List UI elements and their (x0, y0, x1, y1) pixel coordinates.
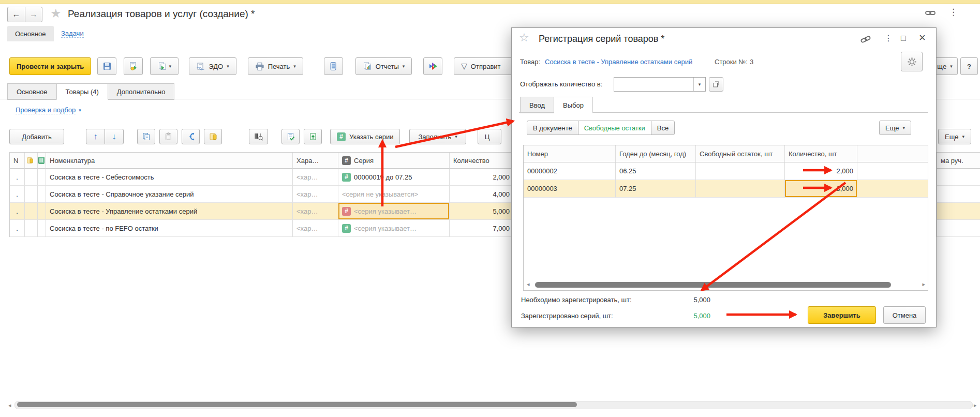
characteristic-cell[interactable]: <хар… (293, 203, 338, 220)
col-nomenclature[interactable]: Номенклатура (46, 153, 293, 169)
dialog-menu-kebab-icon[interactable]: ⋮ (884, 34, 893, 42)
characteristic-cell[interactable]: <хар… (293, 186, 338, 203)
filter-free-leftovers-button[interactable]: Свободные остатки (578, 121, 651, 135)
tab-input[interactable]: Ввод (520, 97, 554, 113)
post-and-close-button[interactable]: Провести и закрыть (9, 57, 91, 75)
tab-select[interactable]: Выбор (554, 97, 593, 113)
fill-button[interactable]: Заполнить ▾ (409, 129, 466, 144)
free-leftover-cell[interactable] (696, 180, 785, 198)
quantity-cell[interactable]: 7,000 (450, 220, 514, 237)
col-series[interactable]: # Серия (338, 153, 450, 169)
quantity-cell[interactable]: 2,000 (450, 169, 514, 186)
dialog-hscroll-thumb[interactable] (535, 282, 891, 288)
settings-button[interactable] (901, 52, 923, 71)
qty-cell-focused[interactable]: 3,000 (785, 180, 857, 198)
dialog-hscrollbar[interactable] (533, 281, 918, 288)
series-number-cell[interactable]: 00000003 (524, 180, 616, 198)
col-number[interactable]: Номер (524, 145, 616, 162)
print-button[interactable]: Печать ▾ (248, 57, 303, 75)
nomenclature-cell[interactable]: Сосиска в тесте - Управление остатками с… (46, 203, 293, 220)
copy-row-button[interactable] (137, 129, 155, 144)
barcode-scan-button[interactable] (249, 129, 268, 144)
main-hscrollbar[interactable] (14, 401, 973, 409)
dialog-favorite-star-icon[interactable]: ☆ (519, 31, 529, 44)
get-link-icon[interactable] (925, 9, 936, 17)
quantity-cell[interactable]: 4,000 (450, 186, 514, 203)
set-series-button[interactable]: # Указать серии (330, 129, 400, 144)
paste-row-button[interactable] (159, 129, 177, 144)
dialog-hscroll-left-icon[interactable]: ◂ (527, 281, 530, 287)
check-and-pick-link[interactable]: Проверка и подбор ▾ (16, 106, 81, 114)
dialog-close-icon[interactable]: × (919, 31, 926, 44)
load-rows-button[interactable] (304, 129, 322, 144)
series-cell[interactable]: <серия не указывается> (338, 186, 450, 203)
qty-cell[interactable]: 2,000 (785, 162, 857, 180)
product-link[interactable]: Сосиска в тесте - Управление остатками с… (545, 58, 692, 66)
hscroll-left-icon[interactable]: ◂ (8, 403, 11, 408)
col-qty[interactable]: Количество, шт (785, 145, 857, 162)
characteristic-cell[interactable]: <хар… (293, 220, 338, 237)
nomenclature-cell[interactable]: Сосиска в тесте - Себестоимость (46, 169, 293, 186)
move-down-button[interactable]: ↓ (105, 129, 124, 144)
quantity-cell[interactable]: 5,000 (450, 203, 514, 220)
series-cell[interactable]: # 00000019 до 07.25 (338, 169, 450, 186)
business-network-button[interactable] (423, 57, 442, 75)
valid-until-cell[interactable]: 06.25 (616, 162, 696, 180)
series-number-cell[interactable]: 00000002 (524, 162, 616, 180)
favorite-star-icon[interactable]: ★ (50, 6, 62, 21)
series-cell-focused[interactable]: # <серия указывает… (338, 203, 450, 220)
post-document-button[interactable] (124, 57, 143, 75)
add-row-button[interactable]: Добавить (9, 129, 64, 144)
nav-tab-main[interactable]: Основное (7, 26, 54, 41)
edo-button[interactable]: ЭДО ▾ (189, 57, 236, 75)
tab-main[interactable]: Основное (7, 83, 57, 100)
forward-button[interactable]: → (25, 7, 42, 22)
free-leftover-cell[interactable] (696, 162, 785, 180)
nomenclature-cell[interactable]: Сосиска в тесте - Справочное указание се… (46, 186, 293, 203)
dialog-get-link-icon[interactable] (860, 35, 871, 43)
characteristic-cell[interactable]: <хар… (293, 169, 338, 186)
col-n[interactable]: N (10, 153, 25, 169)
col-valid-until[interactable]: Годен до (месяц, год) (616, 145, 696, 162)
save-button[interactable] (97, 57, 116, 75)
dialog-hscroll-right-icon[interactable]: ▸ (922, 281, 925, 287)
col-right-clipped[interactable]: ма руч. (937, 153, 980, 169)
move-up-button[interactable]: ↑ (86, 129, 105, 144)
prices-button[interactable]: Ц (478, 129, 501, 144)
reports-button[interactable]: Отчеты ▾ (355, 57, 412, 75)
filter-all-button[interactable]: Все (651, 121, 675, 135)
col-barcode-icon[interactable] (38, 153, 46, 169)
help-button[interactable]: ? (960, 57, 978, 75)
registers-button[interactable] (324, 57, 343, 75)
cancel-button[interactable]: Отмена (883, 306, 926, 324)
dialog-maximize-icon[interactable]: □ (901, 34, 906, 42)
series-row-selected[interactable]: 00000003 07.25 3,000 (524, 180, 928, 198)
display-quantity-input[interactable] (614, 78, 693, 91)
split-row-button[interactable] (182, 129, 200, 144)
check-fill-button[interactable] (281, 129, 300, 144)
window-menu-kebab-icon[interactable]: ⋮ (949, 7, 958, 18)
col-group-icon[interactable] (25, 153, 38, 169)
valid-until-cell[interactable]: 07.25 (616, 180, 696, 198)
command-bar-more-button[interactable]: Еще ▾ (938, 129, 971, 144)
main-hscroll-thumb[interactable] (17, 402, 577, 407)
series-row[interactable]: 00000002 06.25 2,000 (524, 162, 928, 180)
group-goods-button[interactable] (204, 129, 222, 144)
open-value-button[interactable] (709, 77, 723, 92)
col-free-leftover[interactable]: Свободный остаток, шт (696, 145, 785, 162)
nomenclature-cell[interactable]: Сосиска в тесте - по FEFO остатки (46, 220, 293, 237)
tab-extra[interactable]: Дополнительно (108, 83, 175, 100)
create-based-on-button[interactable]: ▾ (150, 57, 179, 75)
col-quantity[interactable]: Количество (450, 153, 514, 169)
combo-dropdown-button[interactable]: ▾ (693, 78, 705, 91)
dialog-more-button[interactable]: Еще ▾ (879, 121, 911, 135)
hscroll-right-icon[interactable]: ▸ (974, 403, 977, 408)
display-quantity-combo[interactable]: ▾ (614, 77, 706, 92)
series-cell[interactable]: # <серия указывает… (338, 220, 450, 237)
back-button[interactable]: ← (7, 7, 25, 22)
filter-in-document-button[interactable]: В документе (527, 121, 578, 135)
tab-goods[interactable]: Товары (4) (56, 83, 108, 100)
nav-tab-tasks[interactable]: Задачи (61, 29, 84, 38)
finish-button[interactable]: Завершить (808, 306, 876, 324)
col-characteristic[interactable]: Хара… (293, 153, 338, 169)
